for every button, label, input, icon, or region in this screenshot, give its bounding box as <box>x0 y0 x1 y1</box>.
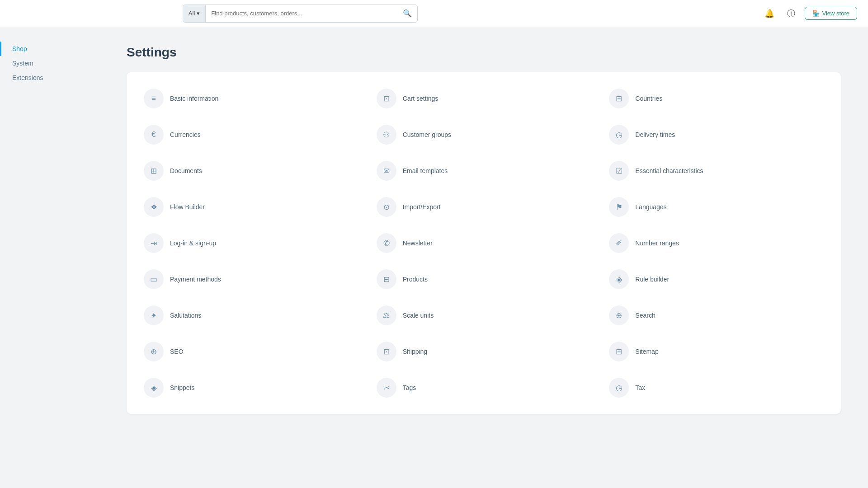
settings-item-log-in-sign-up[interactable]: ⇥Log-in & sign-up <box>136 226 367 260</box>
seo-icon: ⊕ <box>144 342 164 361</box>
settings-item-label: Rule builder <box>635 276 669 283</box>
settings-item-languages[interactable]: ⚑Languages <box>601 190 832 224</box>
rule-builder-icon: ◈ <box>609 269 629 289</box>
settings-item-snippets[interactable]: ◈Snippets <box>136 371 367 405</box>
settings-item-label: Essential characteristics <box>635 167 703 174</box>
cart-settings-icon: ⊡ <box>377 89 396 108</box>
search-filter-dropdown[interactable]: All ▾ <box>183 5 206 22</box>
settings-item-countries[interactable]: ⊟Countries <box>601 81 832 116</box>
settings-item-label: Tags <box>403 384 416 391</box>
documents-icon: ⊞ <box>144 161 164 181</box>
payment-methods-icon: ▭ <box>144 269 164 289</box>
salutations-icon: ✦ <box>144 305 164 325</box>
settings-item-currencies[interactable]: €Currencies <box>136 117 367 152</box>
settings-item-scale-units[interactable]: ⚖Scale units <box>368 298 599 333</box>
header: All ▾ 🔍 🔔 ⓘ 🏪 View store <box>0 0 868 27</box>
languages-icon: ⚑ <box>609 197 629 217</box>
settings-item-customer-groups[interactable]: ⚇Customer groups <box>368 117 599 152</box>
sidebar-item-system[interactable]: System <box>0 56 99 70</box>
settings-item-documents[interactable]: ⊞Documents <box>136 154 367 188</box>
settings-item-label: Newsletter <box>403 239 433 247</box>
page-title: Settings <box>127 45 841 60</box>
main-content: Settings ≡Basic information⊡Cart setting… <box>99 27 868 488</box>
settings-item-label: Tax <box>635 384 645 391</box>
settings-item-seo[interactable]: ⊕SEO <box>136 334 367 369</box>
sidebar: ShopSystemExtensions <box>0 27 99 488</box>
settings-item-label: Basic information <box>170 95 218 102</box>
help-icon: ⓘ <box>787 8 795 19</box>
settings-item-label: Languages <box>635 203 666 211</box>
view-store-label: View store <box>822 10 849 17</box>
settings-card: ≡Basic information⊡Cart settings⊟Countri… <box>127 72 841 414</box>
settings-grid: ≡Basic information⊡Cart settings⊟Countri… <box>136 81 832 405</box>
settings-item-label: Scale units <box>403 312 434 319</box>
chevron-down-icon: ▾ <box>197 10 200 17</box>
log-in---sign-up-icon: ⇥ <box>144 233 164 253</box>
search-input[interactable] <box>206 5 397 22</box>
settings-item-rule-builder[interactable]: ◈Rule builder <box>601 262 832 296</box>
currencies-icon: € <box>144 125 164 145</box>
sidebar-item-shop[interactable]: Shop <box>0 42 99 56</box>
settings-item-label: Log-in & sign-up <box>170 239 216 247</box>
newsletter-icon: ✆ <box>377 233 396 253</box>
settings-item-label: Cart settings <box>403 95 439 102</box>
settings-item-payment-methods[interactable]: ▭Payment methods <box>136 262 367 296</box>
settings-item-label: SEO <box>170 348 184 355</box>
email-templates-icon: ✉ <box>377 161 396 181</box>
settings-item-label: Customer groups <box>403 131 451 138</box>
settings-item-label: Shipping <box>403 348 428 355</box>
settings-item-cart-settings[interactable]: ⊡Cart settings <box>368 81 599 116</box>
settings-item-label: Search <box>635 312 655 319</box>
delivery-times-icon: ◷ <box>609 125 629 145</box>
settings-item-label: Countries <box>635 95 662 102</box>
settings-item-newsletter[interactable]: ✆Newsletter <box>368 226 599 260</box>
notification-icon: 🔔 <box>764 9 774 19</box>
settings-item-label: Currencies <box>170 131 201 138</box>
settings-item-search[interactable]: ⊕Search <box>601 298 832 333</box>
tags-icon: ✂ <box>377 378 396 398</box>
settings-item-sitemap[interactable]: ⊟Sitemap <box>601 334 832 369</box>
header-actions: 🔔 ⓘ 🏪 View store <box>761 5 857 22</box>
settings-item-label: Salutations <box>170 312 201 319</box>
settings-item-delivery-times[interactable]: ◷Delivery times <box>601 117 832 152</box>
scale-units-icon: ⚖ <box>377 305 396 325</box>
search-filter-label: All <box>189 10 195 17</box>
settings-item-tags[interactable]: ✂Tags <box>368 371 599 405</box>
settings-item-label: Delivery times <box>635 131 675 138</box>
import-export-icon: ⊙ <box>377 197 396 217</box>
tax-icon: ◷ <box>609 378 629 398</box>
settings-item-products[interactable]: ⊟Products <box>368 262 599 296</box>
search-icon: ⊕ <box>609 305 629 325</box>
store-icon: 🏪 <box>812 10 820 17</box>
settings-item-label: Number ranges <box>635 239 679 247</box>
settings-item-tax[interactable]: ◷Tax <box>601 371 832 405</box>
snippets-icon: ◈ <box>144 378 164 398</box>
settings-item-flow-builder[interactable]: ❖Flow Builder <box>136 190 367 224</box>
settings-item-import-export[interactable]: ⊙Import/Export <box>368 190 599 224</box>
essential-characteristics-icon: ☑ <box>609 161 629 181</box>
main-layout: ShopSystemExtensions Settings ≡Basic inf… <box>0 27 868 488</box>
settings-item-label: Snippets <box>170 384 194 391</box>
settings-item-essential-characteristics[interactable]: ☑Essential characteristics <box>601 154 832 188</box>
products-icon: ⊟ <box>377 269 396 289</box>
settings-item-basic-information[interactable]: ≡Basic information <box>136 81 367 116</box>
settings-item-salutations[interactable]: ✦Salutations <box>136 298 367 333</box>
settings-item-label: Import/Export <box>403 203 441 211</box>
search-bar: All ▾ 🔍 <box>183 5 418 23</box>
flow-builder-icon: ❖ <box>144 197 164 217</box>
notification-button[interactable]: 🔔 <box>761 5 778 22</box>
settings-item-number-ranges[interactable]: ✐Number ranges <box>601 226 832 260</box>
basic-information-icon: ≡ <box>144 89 164 108</box>
view-store-button[interactable]: 🏪 View store <box>805 7 857 20</box>
settings-item-label: Payment methods <box>170 276 221 283</box>
countries-icon: ⊟ <box>609 89 629 108</box>
settings-item-label: Email templates <box>403 167 448 174</box>
settings-item-email-templates[interactable]: ✉Email templates <box>368 154 599 188</box>
shipping-icon: ⊡ <box>377 342 396 361</box>
sidebar-item-extensions[interactable]: Extensions <box>0 70 99 85</box>
settings-item-shipping[interactable]: ⊡Shipping <box>368 334 599 369</box>
customer-groups-icon: ⚇ <box>377 125 396 145</box>
settings-item-label: Flow Builder <box>170 203 205 211</box>
help-button[interactable]: ⓘ <box>783 5 799 22</box>
search-submit-button[interactable]: 🔍 <box>397 9 417 18</box>
